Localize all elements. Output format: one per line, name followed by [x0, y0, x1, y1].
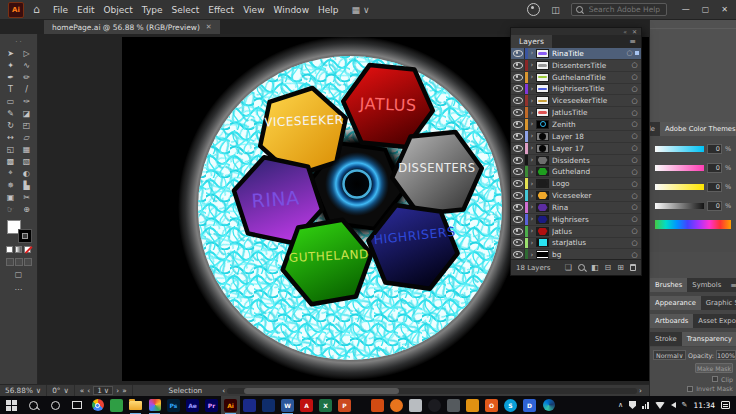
expand-arrow-icon[interactable]: ›: [528, 120, 536, 128]
layer-row[interactable]: ›Logo○: [511, 178, 641, 190]
zoom-level-select[interactable]: 56.88% ∨: [0, 385, 47, 396]
github-taskbar-button[interactable]: [425, 396, 444, 414]
visibility-cell[interactable]: [511, 131, 525, 142]
layer-row[interactable]: ›Jatlus○: [511, 226, 641, 238]
adobe-app-1-taskbar-button[interactable]: [240, 396, 259, 414]
pencil-tool[interactable]: ✎: [4, 107, 17, 119]
skype-taskbar-button[interactable]: S: [501, 396, 520, 414]
minimize-button[interactable]: —: [682, 6, 690, 14]
tab-symbols[interactable]: Symbols: [687, 278, 726, 292]
layer-row[interactable]: ›JatlusTitle○: [511, 107, 641, 119]
adobe-app-2-taskbar-button[interactable]: [259, 396, 278, 414]
visibility-cell[interactable]: [511, 84, 525, 95]
eraser-tool[interactable]: ◪: [20, 107, 33, 119]
layer-row[interactable]: ›Zenith○: [511, 119, 641, 131]
app-green-taskbar-button[interactable]: [107, 396, 126, 414]
stroke-swatch[interactable]: [19, 230, 31, 242]
hexagon-label-viceseeker[interactable]: VICESEEKER: [264, 113, 344, 130]
layer-row[interactable]: ›Layer 18○: [511, 131, 641, 143]
color-button[interactable]: [6, 246, 13, 253]
visibility-cell[interactable]: [511, 95, 525, 106]
visibility-cell[interactable]: [511, 190, 525, 201]
visibility-cell[interactable]: [511, 107, 525, 118]
target-icon[interactable]: ○: [630, 215, 639, 223]
rotation-select[interactable]: 0° ∨: [47, 385, 75, 396]
tab-stroke[interactable]: Stroke: [650, 332, 682, 346]
menu-type[interactable]: Type: [142, 5, 163, 15]
wifi-icon[interactable]: [655, 402, 665, 409]
black-value-field[interactable]: 0: [707, 201, 722, 211]
menu-file[interactable]: File: [53, 5, 68, 15]
tab-asset-export[interactable]: Asset Export: [693, 314, 736, 328]
account-icon[interactable]: [527, 3, 540, 16]
fill-stroke-control[interactable]: [7, 220, 31, 242]
app-lock-taskbar-button[interactable]: [463, 396, 482, 414]
edit-toolbar-button[interactable]: …: [15, 283, 23, 292]
first-artboard-button[interactable]: «: [80, 386, 84, 395]
selection-tool[interactable]: ➤: [4, 47, 17, 59]
layer-row[interactable]: ›ViceseekerTitle○: [511, 95, 641, 107]
yellow-value-field[interactable]: 0: [707, 182, 722, 192]
lasso-tool[interactable]: ∿: [20, 59, 33, 71]
yellow-slider[interactable]: [655, 184, 704, 190]
last-artboard-button[interactable]: »: [122, 386, 126, 395]
expand-arrow-icon[interactable]: ›: [528, 192, 536, 200]
premiere-pro-taskbar-button[interactable]: Pr: [202, 396, 221, 414]
draw-normal-button[interactable]: [6, 258, 14, 266]
after-effects-taskbar-button[interactable]: Ae: [183, 396, 202, 414]
panel-menu-icon[interactable]: ≡: [624, 35, 641, 48]
expand-arrow-icon[interactable]: ›: [528, 49, 536, 57]
search-input[interactable]: [587, 4, 662, 15]
close-button[interactable]: ✕: [721, 6, 728, 14]
gradient-tool[interactable]: ▧: [20, 155, 33, 167]
layer-row[interactable]: ›Dissidents○: [511, 155, 641, 167]
taskbar-search-button[interactable]: [22, 396, 44, 414]
expand-arrow-icon[interactable]: ›: [528, 61, 536, 69]
excel-taskbar-button[interactable]: X: [316, 396, 335, 414]
visibility-cell[interactable]: [511, 226, 525, 237]
hand-tool[interactable]: ☞: [4, 203, 17, 215]
locate-object-icon[interactable]: [578, 264, 585, 271]
menu-effect[interactable]: Effect: [208, 5, 234, 15]
tab-color-guide[interactable]: Color Guide: [650, 122, 660, 136]
chrome-taskbar-button[interactable]: [88, 396, 107, 414]
target-icon[interactable]: ○: [630, 180, 639, 188]
layer-row[interactable]: ›Viceseeker○: [511, 190, 641, 202]
expand-arrow-icon[interactable]: ›: [528, 180, 536, 188]
task-view-button[interactable]: [66, 396, 88, 414]
draw-inside-button[interactable]: [24, 258, 32, 266]
target-icon[interactable]: ○: [630, 97, 639, 105]
slice-tool[interactable]: ✂: [20, 191, 33, 203]
app-orange-1-taskbar-button[interactable]: [368, 396, 387, 414]
collect-for-export-icon[interactable]: ❏: [565, 264, 572, 272]
draw-behind-button[interactable]: [15, 258, 23, 266]
security-icon[interactable]: [629, 401, 636, 409]
target-icon[interactable]: ○: [630, 132, 639, 140]
cyan-slider[interactable]: [655, 146, 704, 152]
menu-help[interactable]: Help: [318, 5, 339, 15]
invert-mask-checkbox[interactable]: [687, 386, 693, 392]
visibility-cell[interactable]: [511, 48, 525, 59]
make-mask-button[interactable]: Make Mask: [695, 363, 733, 373]
target-icon[interactable]: ○: [630, 85, 639, 93]
file-explorer-taskbar-button[interactable]: [126, 396, 145, 414]
pen-tool[interactable]: ✒: [4, 71, 17, 83]
expand-arrow-icon[interactable]: ›: [528, 144, 536, 152]
photos-taskbar-button[interactable]: [145, 396, 164, 414]
gradient-button[interactable]: [15, 246, 22, 253]
tab-layers[interactable]: Layers: [511, 35, 552, 48]
hexagon-label-dissenters[interactable]: DISSENTERS: [398, 161, 475, 175]
paintbrush-tool[interactable]: ✑: [20, 95, 33, 107]
word-taskbar-button[interactable]: W: [278, 396, 297, 414]
app-x-taskbar-button[interactable]: [444, 396, 463, 414]
column-graph-tool[interactable]: ▙: [20, 179, 33, 191]
edge-taskbar-button[interactable]: [539, 396, 558, 414]
target-icon[interactable]: ○: [630, 168, 639, 176]
target-icon[interactable]: ○: [630, 73, 639, 81]
line-segment-tool[interactable]: /: [20, 83, 33, 95]
expand-arrow-icon[interactable]: ›: [528, 109, 536, 117]
hexagon-label-jatlus[interactable]: JATLUS: [358, 94, 417, 115]
zenith-ring-glow[interactable]: [325, 152, 389, 216]
visibility-cell[interactable]: [511, 166, 525, 177]
visibility-cell[interactable]: [511, 60, 525, 71]
